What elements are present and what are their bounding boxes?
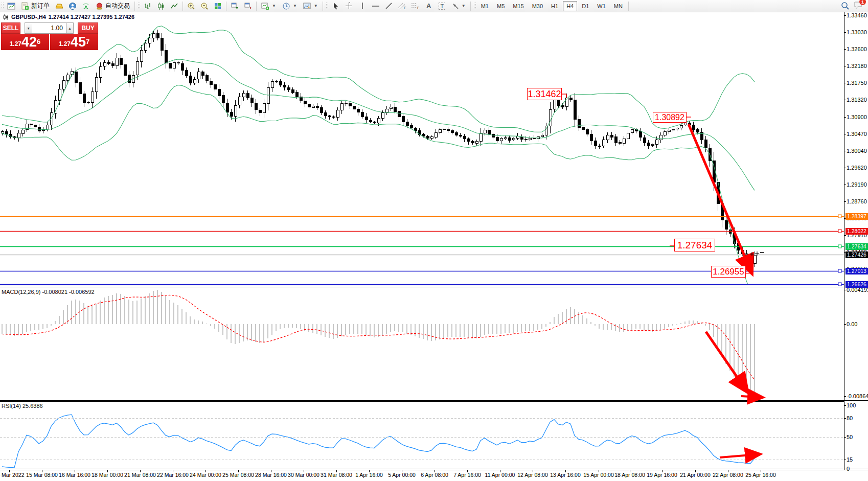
- time-axis-label: 31 Mar 08:00: [321, 472, 352, 478]
- price-line-label: 1.27013: [846, 268, 868, 274]
- price-annotation-box[interactable]: 1.27634: [674, 239, 715, 251]
- time-axis-label: 21 Apr 00:00: [680, 472, 711, 478]
- price-annotation-box[interactable]: 1.26955: [711, 266, 746, 278]
- price-line-label: 1.27426: [846, 251, 868, 258]
- price-axis-label: 1.33030: [847, 29, 867, 35]
- price-annotation-box[interactable]: 1.30892: [653, 112, 687, 123]
- price-line-label: 1.26626: [846, 281, 868, 288]
- price-line-label: 1.27634: [846, 243, 868, 250]
- price-axis-label: 1.31320: [847, 97, 867, 103]
- price-axis-label: 1.31750: [847, 80, 867, 86]
- time-axis-label: 5 Apr 00:00: [388, 472, 416, 478]
- price-line-label: 1.28022: [846, 228, 868, 235]
- buy-price-pip: 7: [86, 34, 89, 50]
- price-axis-label: 1.28760: [847, 198, 867, 204]
- buy-price-base: 1.27: [59, 39, 71, 49]
- buy-button[interactable]: BUY: [78, 22, 98, 34]
- buy-price-display[interactable]: 1.27457: [50, 34, 98, 50]
- buy-price-main: 45: [71, 35, 86, 49]
- price-annotation-box[interactable]: 1.31462: [527, 88, 562, 100]
- price-axis-label: 1.33460: [847, 12, 867, 18]
- time-axis-label: 6 Apr 08:00: [421, 472, 448, 478]
- rsi-axis-label: 50: [847, 434, 853, 440]
- price-line-label: 1.28397: [846, 213, 868, 220]
- price-axis-label: 1.30900: [847, 114, 867, 120]
- time-axis-label: 21 Mar 08:00: [124, 472, 156, 478]
- time-axis-label: 28 Mar 16:00: [255, 472, 287, 478]
- time-axis-label: 16 Mar 16:00: [59, 472, 90, 478]
- macd-axis-label: 0.00: [847, 321, 857, 327]
- time-axis-label: 18 Apr 08:00: [614, 472, 645, 478]
- sell-price-display[interactable]: 1.27426: [1, 34, 49, 50]
- volume-decrease-button[interactable]: ▼: [25, 22, 32, 34]
- time-axis-label: 12 Apr 08:00: [517, 472, 548, 478]
- mini-candles-icon: [3, 14, 9, 20]
- price-axis-label: 1.32180: [847, 63, 867, 69]
- price-axis-label: 1.29620: [847, 165, 867, 171]
- time-axis-label: 18 Mar 00:00: [92, 472, 123, 478]
- chart-surface[interactable]: [0, 0, 868, 481]
- time-axis-label: 15 Mar 08:00: [26, 472, 58, 478]
- price-axis-label: 1.30040: [847, 148, 867, 154]
- rsi-axis-label: 15: [847, 456, 853, 463]
- time-axis-label: 7 Apr 16:00: [453, 472, 481, 478]
- one-click-trading-panel: SELL ▼ 1.00 ▲ BUY 1.27426 1.27457: [1, 22, 98, 50]
- mt4-window: 新订单 自动交易: [0, 0, 868, 481]
- sell-button[interactable]: SELL: [1, 22, 20, 34]
- price-axis-label: 1.32600: [847, 46, 867, 52]
- time-axis-label: 13 Apr 16:00: [550, 472, 581, 478]
- symbol-info-line: GBPUSD-,H4 1.27414 1.27427 1.27395 1.274…: [3, 14, 134, 20]
- sell-price-base: 1.27: [10, 39, 21, 49]
- rsi-indicator-label: RSI(14) 25.6386: [2, 403, 43, 409]
- time-axis-label: 15 Apr 00:00: [583, 472, 614, 478]
- price-axis-label: 1.29190: [847, 181, 867, 188]
- volume-input[interactable]: 1.00: [32, 22, 66, 34]
- time-axis-label: 24 Mar 00:00: [190, 472, 221, 478]
- ohlc-values: 1.27414 1.27427 1.27395 1.27426: [49, 14, 134, 20]
- sell-price-main: 42: [21, 35, 37, 49]
- time-axis-label: 22 Apr 08:00: [713, 472, 743, 478]
- macd-indicator-label: MACD(12,26,9) -0.008021 -0.006592: [2, 289, 95, 295]
- volume-increase-button[interactable]: ▲: [66, 22, 74, 34]
- rsi-axis-label: 80: [847, 415, 853, 421]
- time-axis-label: 25 Mar 08:00: [222, 472, 254, 478]
- symbol-period-label: GBPUSD-,H4: [11, 14, 46, 20]
- rsi-axis-label: 100: [847, 402, 856, 408]
- time-axis-label: 14 Mar 2022: [0, 472, 24, 478]
- macd-axis-label: -0.008647: [847, 393, 868, 399]
- rsi-axis-label: 0: [847, 466, 850, 472]
- price-axis-label: 1.30470: [847, 131, 867, 137]
- time-axis-label: 30 Mar 00:00: [288, 472, 319, 478]
- sell-price-pip: 6: [37, 34, 40, 50]
- time-axis-label: 1 Apr 16:00: [355, 472, 383, 478]
- time-axis-label: 19 Apr 16:00: [647, 472, 677, 478]
- time-axis-label: 25 Apr 16:00: [745, 472, 776, 478]
- time-axis-label: 11 Apr 00:00: [485, 472, 515, 478]
- time-axis-label: 22 Mar 16:00: [157, 472, 189, 478]
